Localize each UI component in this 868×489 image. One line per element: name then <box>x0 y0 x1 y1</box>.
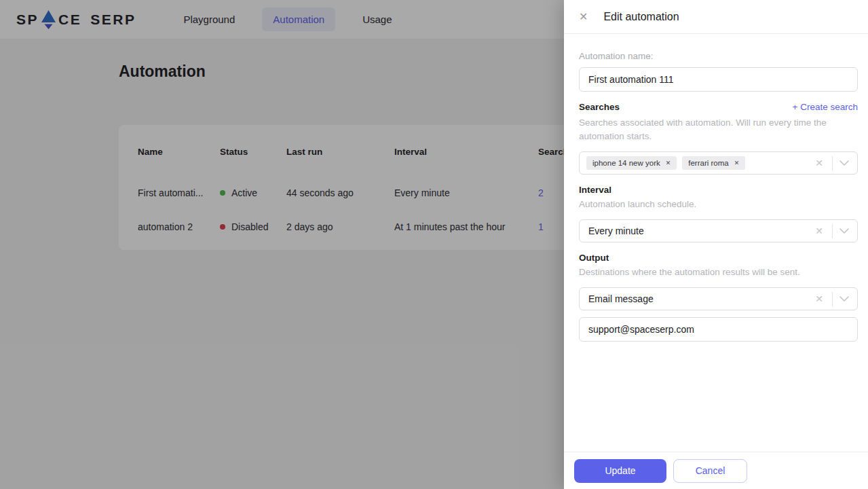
app-window: SP CE SERP Playground Automation Usage A… <box>0 0 868 489</box>
drawer-footer: Update Cancel <box>564 452 868 489</box>
interval-label: Interval <box>579 185 611 195</box>
clear-selection-icon[interactable]: ✕ <box>813 158 825 168</box>
chevron-down-icon[interactable] <box>839 296 850 302</box>
selected-search-tags: iphone 14 new york ✕ ferrari roma ✕ <box>586 156 745 170</box>
select-divider <box>832 292 833 306</box>
search-tag-label: iphone 14 new york <box>592 159 660 167</box>
search-tag: ferrari roma ✕ <box>682 156 745 170</box>
clear-selection-icon[interactable]: ✕ <box>813 293 825 304</box>
chevron-down-icon[interactable] <box>839 228 850 234</box>
output-help-text: Destinations where the automation result… <box>579 266 858 279</box>
automation-name-input[interactable] <box>579 67 858 92</box>
output-select[interactable]: Email message ✕ <box>579 287 858 310</box>
select-divider <box>832 224 833 238</box>
output-label: Output <box>579 253 609 263</box>
drawer-title: Edit automation <box>603 11 679 23</box>
edit-automation-drawer: ✕ Edit automation Automation name: Searc… <box>564 0 868 489</box>
interval-selected-value: Every minute <box>588 225 644 236</box>
create-search-link[interactable]: + Create search <box>793 102 858 112</box>
interval-section-header: Interval <box>579 185 858 195</box>
output-section-header: Output <box>579 253 858 263</box>
update-button[interactable]: Update <box>574 459 666 483</box>
interval-select[interactable]: Every minute ✕ <box>579 219 858 242</box>
interval-help-text: Automation launch schedule. <box>579 198 858 211</box>
search-tag-label: ferrari roma <box>688 159 728 167</box>
select-divider <box>832 156 833 170</box>
automation-name-label: Automation name: <box>579 51 858 61</box>
tag-remove-icon[interactable]: ✕ <box>734 160 740 166</box>
output-email-input[interactable] <box>579 317 858 342</box>
clear-selection-icon[interactable]: ✕ <box>813 225 825 236</box>
drawer-header: ✕ Edit automation <box>564 0 868 34</box>
output-selected-value: Email message <box>588 293 654 304</box>
searches-section-header: Searches + Create search <box>579 102 858 112</box>
drawer-body: Automation name: Searches + Create searc… <box>564 34 868 452</box>
close-icon[interactable]: ✕ <box>579 12 588 22</box>
search-tag: iphone 14 new york ✕ <box>586 156 677 170</box>
searches-multiselect[interactable]: iphone 14 new york ✕ ferrari roma ✕ ✕ <box>579 151 858 175</box>
searches-help-text: Searches associated with automation. Wil… <box>579 116 858 143</box>
chevron-down-icon[interactable] <box>839 160 850 166</box>
searches-label: Searches <box>579 102 620 112</box>
tag-remove-icon[interactable]: ✕ <box>666 160 671 166</box>
cancel-button[interactable]: Cancel <box>673 459 747 483</box>
